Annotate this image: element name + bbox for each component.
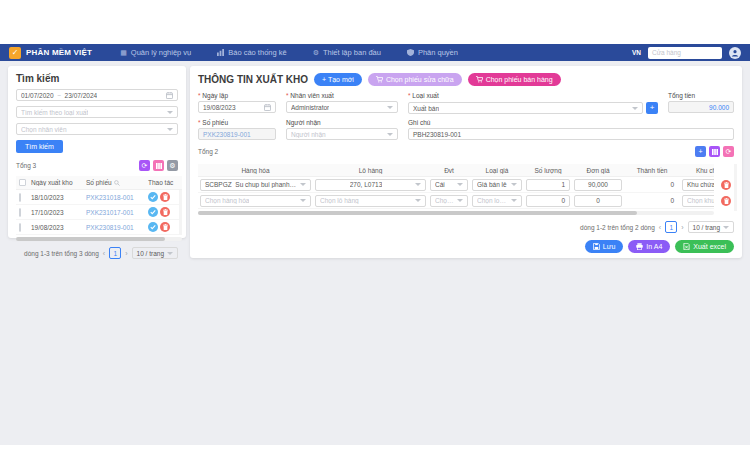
create-new-button[interactable]: + Tạo mới — [314, 73, 362, 86]
receiver-select[interactable]: Người nhận — [286, 128, 398, 140]
unit-price-input[interactable]: 0 — [574, 195, 622, 207]
price-type-select[interactable]: Giá bán lẻ — [472, 179, 522, 191]
add-row-button[interactable]: + — [695, 146, 706, 157]
vertical-scrollbar[interactable] — [734, 164, 737, 211]
page-number[interactable]: 1 — [665, 221, 677, 233]
delete-icon[interactable] — [160, 207, 170, 217]
cart-icon — [376, 76, 383, 83]
horizontal-scrollbar[interactable] — [16, 237, 182, 241]
refresh-button[interactable]: ⟳ — [139, 160, 150, 171]
col-unit: Đvt — [428, 167, 470, 174]
qty-input[interactable]: 0 — [526, 195, 570, 207]
prev-page-icon[interactable]: ‹ — [659, 224, 661, 231]
confirm-icon[interactable] — [148, 207, 158, 217]
results-table-header: Ngày xuất kho Số phiếu Thao tác — [16, 176, 182, 190]
unit-select[interactable]: Cái — [430, 179, 468, 191]
nav-item-setup[interactable]: ⚙ Thiết lập ban đầu — [313, 48, 381, 57]
nav-item-business[interactable]: ▦ Quản lý nghiệp vụ — [120, 48, 191, 57]
columns-button[interactable] — [709, 146, 720, 157]
page-number[interactable]: 1 — [109, 247, 121, 259]
row-code-link[interactable]: PXK231017-001 — [86, 209, 148, 216]
chevron-down-icon — [457, 199, 463, 202]
print-button[interactable]: In A4 — [628, 240, 670, 253]
items-total-label: Tổng 2 — [198, 148, 218, 155]
search-button[interactable]: Tìm kiếm — [16, 140, 63, 153]
row-date: 17/10/2023 — [31, 209, 86, 216]
next-page-icon[interactable]: › — [125, 250, 127, 257]
row-checkbox[interactable] — [19, 193, 21, 202]
amount-value: 0 — [624, 197, 680, 204]
confirm-icon[interactable] — [148, 222, 158, 232]
choose-repair-ticket-button[interactable]: Chọn phiếu sửa chữa — [368, 73, 462, 86]
prev-page-icon[interactable]: ‹ — [103, 250, 105, 257]
delete-icon[interactable] — [160, 192, 170, 202]
export-excel-button[interactable]: Xuất excel — [675, 240, 734, 253]
export-type-form-select[interactable]: Xuất bán — [408, 102, 643, 114]
product-select[interactable]: Chọn hàng hóa — [200, 195, 311, 207]
columns-button[interactable] — [153, 160, 164, 171]
unit-select[interactable]: Chọn đơn vị tính — [430, 195, 468, 207]
language-label[interactable]: VN — [632, 49, 641, 56]
item-row: SCBPGZ_Su chup bui phanh Gezi 270, L0713… — [198, 177, 714, 193]
settings-button[interactable]: ⚙ — [167, 160, 178, 171]
add-type-button[interactable]: + — [646, 102, 658, 114]
choose-sale-ticket-button[interactable]: Chọn phiếu bán hàng — [468, 73, 561, 86]
location-select[interactable]: Chọn khu chứa — [682, 195, 714, 207]
employee-label: Nhân viên xuất — [286, 92, 398, 99]
table-row[interactable]: 18/10/2023 PXK231018-001 — [16, 190, 182, 205]
col-lot: Lô hàng — [313, 167, 428, 174]
delete-icon[interactable] — [160, 222, 170, 232]
table-row[interactable]: 17/10/2023 PXK231017-001 — [16, 205, 182, 220]
total-amount-label: Tổng tiền — [668, 92, 734, 99]
chevron-down-icon — [167, 252, 173, 255]
save-button[interactable]: Lưu — [585, 240, 623, 253]
delete-row-icon[interactable] — [721, 180, 731, 190]
location-select[interactable]: Khu chứa — [682, 179, 714, 191]
col-unit-price: Đơn giá — [572, 167, 624, 174]
lot-select[interactable]: Chọn lô hàng — [315, 195, 426, 207]
vertical-scrollbar[interactable] — [179, 190, 182, 235]
col-date: Ngày xuất kho — [31, 179, 86, 186]
horizontal-scrollbar[interactable] — [198, 211, 714, 215]
date-input[interactable]: 19/08/2023 — [198, 101, 276, 113]
nav-item-reports[interactable]: Báo cáo thống kê — [217, 48, 286, 57]
table-row[interactable]: 19/08/2023 PXK230819-001 — [16, 220, 182, 235]
row-code-link[interactable]: PXK230819-001 — [86, 224, 148, 231]
unit-price-input[interactable]: 90,000 — [574, 179, 622, 191]
product-select[interactable]: SCBPGZ_Su chup bui phanh Gezi — [200, 179, 311, 191]
date-label: Ngày lập — [198, 92, 276, 99]
chevron-down-icon — [387, 133, 393, 136]
date-range-input[interactable]: 01/07/2020 ~ 23/07/2024 — [16, 89, 178, 101]
nav-item-label: Phân quyền — [418, 48, 458, 57]
cart-icon — [476, 76, 483, 83]
lot-select[interactable]: 270, L0713 — [315, 179, 426, 191]
page-size-select[interactable]: 10 / trang — [132, 247, 178, 259]
note-input[interactable]: PBH230819-001 — [408, 128, 734, 140]
price-type-select[interactable]: Chọn loại giá — [472, 195, 522, 207]
qty-input[interactable]: 1 — [526, 179, 570, 191]
col-code: Số phiếu — [86, 179, 148, 186]
next-page-icon[interactable]: › — [681, 224, 683, 231]
employee-select[interactable]: Chọn nhân viên — [16, 123, 178, 135]
employee-placeholder: Chọn nhân viên — [21, 126, 67, 133]
page-size-select[interactable]: 10 / trang — [688, 221, 734, 233]
store-search-input[interactable]: Cửa hàng — [648, 47, 722, 59]
row-date: 18/10/2023 — [31, 194, 86, 201]
chart-icon — [217, 49, 224, 56]
row-checkbox[interactable] — [19, 223, 21, 232]
export-type-select[interactable]: Tìm kiếm theo loại xuất — [16, 106, 178, 118]
export-type-label: Loại xuất — [408, 92, 658, 99]
select-all-checkbox[interactable] — [19, 179, 26, 186]
results-table: Ngày xuất kho Số phiếu Thao tác 18/10/20… — [16, 176, 182, 241]
row-checkbox[interactable] — [19, 208, 21, 217]
row-code-link[interactable]: PXK231018-001 — [86, 194, 148, 201]
items-table: Hàng hóa Lô hàng Đvt Loại giá Số lượng Đ… — [198, 164, 734, 215]
nav-item-permissions[interactable]: Phân quyền — [407, 48, 458, 57]
confirm-icon[interactable] — [148, 192, 158, 202]
refresh-button[interactable]: ⟳ — [723, 146, 734, 157]
delete-row-icon[interactable] — [721, 196, 731, 206]
chevron-down-icon — [632, 107, 638, 110]
export-employee-select[interactable]: Administrator — [286, 101, 398, 113]
total-amount-field: 90.000 — [668, 101, 734, 113]
user-avatar-icon[interactable] — [729, 47, 741, 59]
